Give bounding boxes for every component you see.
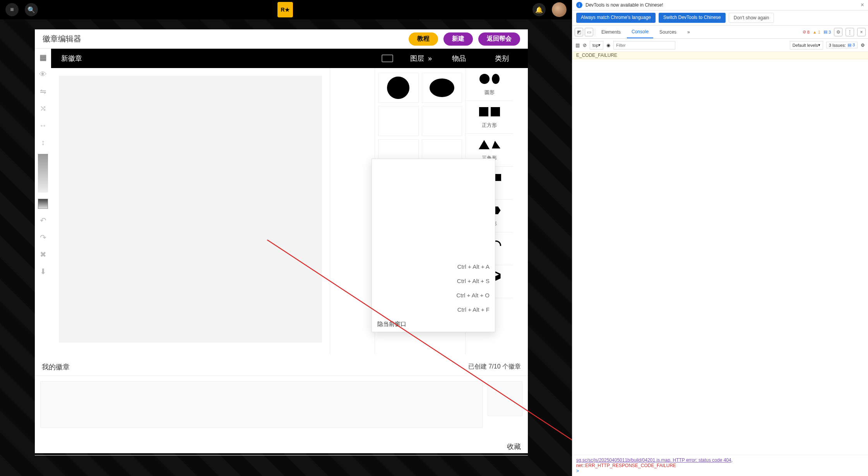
page-title: 徽章编辑器	[43, 34, 81, 44]
ctx-item-hide-window[interactable]: 隐当前窗口	[372, 317, 495, 332]
warning-count[interactable]: ▲ 1	[813, 30, 820, 34]
console-bottom: sg.sc/sc/js/20250405011b/build/04201.js.…	[572, 455, 868, 476]
ctx-item[interactable]: Ctrl + Alt + F	[372, 302, 495, 317]
tab-layers-label: 图层	[410, 54, 424, 63]
inspect-icon[interactable]: ◩	[575, 28, 583, 36]
devtools-info-text: DevTools is now available in Chinese!	[586, 2, 663, 8]
ctx-item[interactable]: Ctrl + Alt + S	[372, 274, 495, 288]
context-menu-blank	[372, 159, 495, 259]
flip-v-icon[interactable]: ⤭	[38, 103, 48, 114]
layers-column[interactable]	[330, 68, 375, 354]
message-count[interactable]: ▤ 3	[823, 29, 831, 34]
console-prompt[interactable]: >	[576, 468, 864, 474]
topbar: ≡ 🔍 R★ 🔔	[0, 0, 572, 19]
ctx-item[interactable]: Ctrl + Alt + O	[372, 288, 495, 302]
color-swatch[interactable]	[38, 199, 48, 209]
shape-circle[interactable]	[378, 73, 419, 103]
grid-icon[interactable]: ▦	[38, 52, 48, 63]
error-count[interactable]: ⊘ 8	[803, 29, 810, 34]
info-icon: i	[576, 2, 582, 8]
avatar[interactable]	[552, 2, 567, 17]
rockstar-logo[interactable]: R★	[277, 2, 293, 17]
new-button[interactable]: 新建	[443, 32, 473, 46]
redo-icon[interactable]: ↷	[38, 232, 48, 243]
emblem-thumb[interactable]	[488, 381, 522, 416]
shape-item[interactable]	[422, 106, 462, 136]
console-body[interactable]: E_CODE_FAILURE	[572, 52, 868, 455]
search-icon[interactable]: 🔍	[25, 3, 38, 16]
editor-tabs: 新徽章 图层 » 物品 类别	[51, 49, 528, 68]
align-v-icon[interactable]: ↕	[38, 137, 48, 148]
live-expression-icon[interactable]: ◉	[606, 43, 610, 48]
favorites-panel: 收藏	[35, 438, 528, 453]
align-h-icon[interactable]: ↔	[38, 120, 48, 131]
gear-icon[interactable]: ⚙	[861, 43, 865, 48]
gear-icon[interactable]: ⚙	[834, 28, 842, 36]
ctx-item[interactable]: Ctrl + Alt + A	[372, 259, 495, 274]
close-devtools-icon[interactable]: ×	[857, 28, 866, 36]
filter-input[interactable]	[613, 41, 675, 49]
tabs-more-icon[interactable]: »	[683, 26, 695, 38]
canvas[interactable]	[59, 76, 322, 343]
context-menu: Ctrl + Alt + A Ctrl + Alt + S Ctrl + Alt…	[372, 159, 495, 332]
my-emblems-count: 已创建 7/10 个徽章	[468, 363, 521, 371]
lang-switch-button[interactable]: Switch DevTools to Chinese	[659, 13, 726, 23]
kebab-icon[interactable]: ⋮	[846, 28, 854, 36]
bell-icon[interactable]: 🔔	[532, 3, 546, 16]
my-emblems-title: 我的徽章	[42, 362, 70, 372]
emblem-thumb[interactable]	[40, 381, 483, 428]
tab-elements[interactable]: Elements	[597, 26, 625, 38]
editor-card-header: 徽章编辑器 教程 新建 返回帮会	[35, 29, 528, 49]
rockstar-app: ≡ 🔍 R★ 🔔 徽章编辑器 教程 新建 返回帮会 ▦ 👁 ⇋ ⤭ ↔ ↕	[0, 0, 572, 476]
devtools-tabs: ◩ ▭ Elements Console Sources » ⊘ 8 ▲ 1 ▤…	[572, 26, 868, 39]
menu-icon[interactable]: ≡	[5, 3, 19, 16]
levels-select[interactable]: Default levels ▾	[790, 41, 823, 49]
sidebar-toggle-icon[interactable]: ▥	[575, 43, 580, 48]
flip-h-icon[interactable]: ⇋	[38, 86, 48, 97]
cat-circle[interactable]: 圆形	[466, 68, 513, 101]
console-toolbar: ▥ ⊘ top ▾ ◉ Default levels ▾ 3 Issues: ▤…	[572, 39, 868, 52]
context-select[interactable]: top ▾	[590, 41, 603, 49]
cat-square[interactable]: 正方形	[466, 101, 513, 134]
cat-label: 圆形	[467, 89, 512, 96]
cat-label: 正方形	[467, 122, 512, 129]
lang-match-button[interactable]: Always match Chrome's language	[576, 13, 656, 23]
tab-layers[interactable]: 图层 »	[400, 49, 442, 68]
gradient-swatch[interactable]	[38, 154, 48, 193]
tutorial-button[interactable]: 教程	[409, 32, 438, 46]
favorites-title: 收藏	[507, 442, 521, 451]
download-icon[interactable]: ⬇	[38, 266, 48, 277]
issues-button[interactable]: 3 Issues: ▤ 3	[826, 42, 858, 48]
clear-console-icon[interactable]: ⊘	[583, 43, 587, 48]
undo-icon[interactable]: ↶	[38, 215, 48, 226]
lang-dont-button[interactable]: Don't show again	[729, 13, 774, 23]
shape-item[interactable]	[378, 106, 419, 136]
device-icon[interactable]: ▭	[585, 28, 593, 36]
devtools-lang-bar: Always match Chrome's language Switch De…	[572, 10, 868, 26]
my-emblems-panel: 我的徽章 已创建 7/10 个徽章	[35, 358, 528, 434]
console-warning-row: E_CODE_FAILURE	[572, 52, 868, 59]
close-icon[interactable]: ×	[861, 2, 864, 9]
back-button[interactable]: 返回帮会	[478, 32, 520, 46]
shape-ellipse[interactable]	[422, 73, 462, 103]
canvas-wrap	[51, 68, 330, 354]
keyboard-icon[interactable]	[382, 55, 393, 62]
tab-new-emblem[interactable]: 新徽章	[51, 49, 92, 68]
tab-items[interactable]: 物品	[442, 49, 476, 68]
eye-icon[interactable]: 👁	[38, 69, 48, 80]
tab-categories[interactable]: 类别	[476, 49, 528, 68]
console-log-line: sg.sc/sc/js/20250405011b/build/04201.js.…	[576, 457, 864, 463]
chevron-right-icon: »	[428, 55, 432, 63]
devtools-info-bar: i DevTools is now available in Chinese! …	[572, 0, 868, 10]
tool-column: ▦ 👁 ⇋ ⤭ ↔ ↕ ↶ ↷ ✖ ⬇	[35, 49, 51, 354]
tab-sources[interactable]: Sources	[655, 26, 681, 38]
delete-icon[interactable]: ✖	[38, 249, 48, 260]
devtools-panel: i DevTools is now available in Chinese! …	[572, 0, 868, 476]
console-error-line: net::ERR_HTTP_RESPONSE_CODE_FAILURE	[576, 463, 864, 468]
tab-console[interactable]: Console	[627, 26, 653, 38]
